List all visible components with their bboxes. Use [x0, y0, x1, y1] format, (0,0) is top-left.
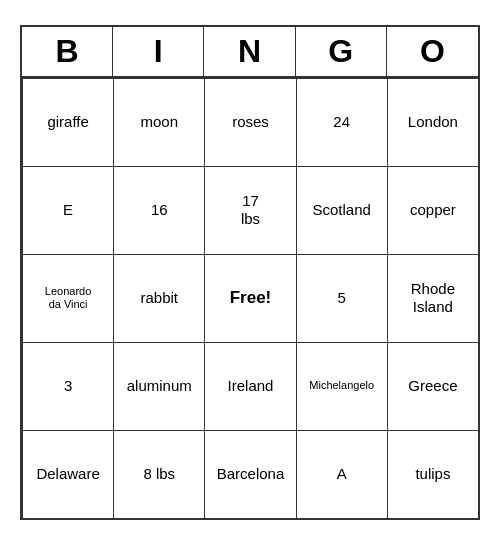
cell-r4-c3: A — [296, 430, 387, 518]
header-letter: I — [113, 27, 204, 76]
cell-r2-c0: Leonardo da Vinci — [22, 254, 113, 342]
cell-r1-c1: 16 — [113, 166, 204, 254]
header-letter: B — [22, 27, 113, 76]
cell-r4-c0: Delaware — [22, 430, 113, 518]
cell-r4-c4: tulips — [387, 430, 478, 518]
cell-r2-c3: 5 — [296, 254, 387, 342]
cell-r2-c2: Free! — [204, 254, 295, 342]
cell-r0-c0: giraffe — [22, 78, 113, 166]
cell-r2-c1: rabbit — [113, 254, 204, 342]
cell-r2-c4: Rhode Island — [387, 254, 478, 342]
cell-r0-c2: roses — [204, 78, 295, 166]
bingo-card: BINGO giraffemoonroses24LondonE1617 lbsS… — [20, 25, 480, 520]
cell-r3-c2: Ireland — [204, 342, 295, 430]
header-letter: O — [387, 27, 478, 76]
header-letter: N — [204, 27, 295, 76]
cell-r0-c3: 24 — [296, 78, 387, 166]
bingo-header: BINGO — [22, 27, 478, 78]
cell-r3-c4: Greece — [387, 342, 478, 430]
cell-r0-c1: moon — [113, 78, 204, 166]
cell-r3-c3: Michelangelo — [296, 342, 387, 430]
cell-r1-c3: Scotland — [296, 166, 387, 254]
cell-r4-c2: Barcelona — [204, 430, 295, 518]
cell-r3-c0: 3 — [22, 342, 113, 430]
cell-r1-c0: E — [22, 166, 113, 254]
cell-r1-c2: 17 lbs — [204, 166, 295, 254]
cell-r4-c1: 8 lbs — [113, 430, 204, 518]
bingo-grid: giraffemoonroses24LondonE1617 lbsScotlan… — [22, 78, 478, 518]
cell-r3-c1: aluminum — [113, 342, 204, 430]
cell-r1-c4: copper — [387, 166, 478, 254]
header-letter: G — [296, 27, 387, 76]
cell-r0-c4: London — [387, 78, 478, 166]
